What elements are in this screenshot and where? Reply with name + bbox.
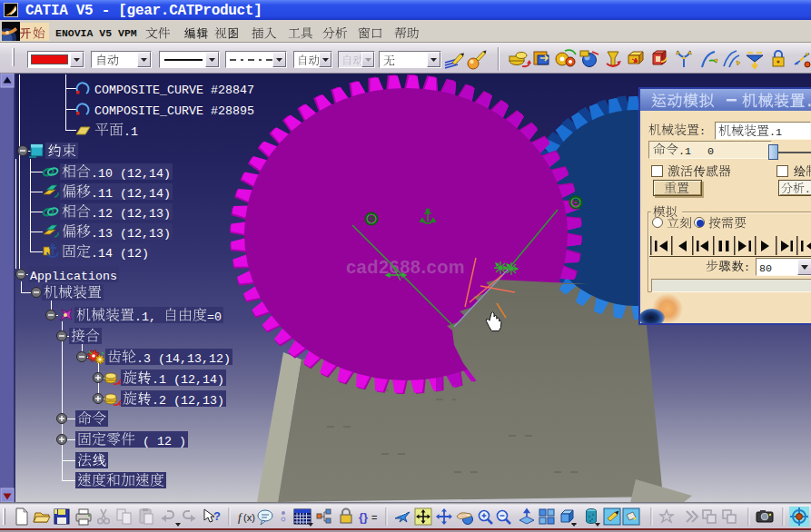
svg-text:.1: .1 xyxy=(769,126,782,139)
svg-text:.: . xyxy=(805,184,810,195)
svg-text:.14 (12): .14 (12) xyxy=(91,247,149,261)
svg-text:( 12 ): ( 12 ) xyxy=(135,435,186,448)
svg-text:.1: .1 xyxy=(124,125,138,139)
svg-text:=0: =0 xyxy=(207,310,222,324)
svg-text:COMPOSITE_CURVE #28847: COMPOSITE_CURVE #28847 xyxy=(94,84,254,97)
svg-text:.13 (12,13): .13 (12,13) xyxy=(91,227,171,241)
svg-text:{}: {} xyxy=(359,510,368,524)
svg-text:(x): (x) xyxy=(243,512,255,523)
svg-text:=: = xyxy=(371,512,377,523)
svg-text:Applications: Applications xyxy=(30,270,117,283)
svg-text::: : xyxy=(699,125,706,138)
svg-text:.1 (12,14): .1 (12,14) xyxy=(152,373,224,387)
svg-text:.10 (12,14): .10 (12,14) xyxy=(91,167,171,181)
svg-text:.2 (12,13): .2 (12,13) xyxy=(152,394,224,408)
svg-text:.3 (14,13,12): .3 (14,13,12) xyxy=(136,352,231,366)
svg-text:.11 (12,14): .11 (12,14) xyxy=(91,187,171,201)
svg-text:.1,: .1, xyxy=(134,310,163,324)
svg-text:.1: .1 xyxy=(678,145,691,158)
svg-text:80: 80 xyxy=(759,262,772,275)
svg-text:cad2688.com: cad2688.com xyxy=(346,257,465,277)
svg-text:ENOVIA V5 VPM: ENOVIA V5 VPM xyxy=(55,27,137,39)
svg-text:?: ? xyxy=(213,509,221,523)
svg-text:.12 (12,13): .12 (12,13) xyxy=(91,207,171,221)
svg-text:COMPOSITE_CURVE #28895: COMPOSITE_CURVE #28895 xyxy=(94,104,254,118)
svg-text:.: . xyxy=(806,95,811,110)
svg-text:0: 0 xyxy=(707,145,714,158)
svg-text::: : xyxy=(744,261,750,274)
